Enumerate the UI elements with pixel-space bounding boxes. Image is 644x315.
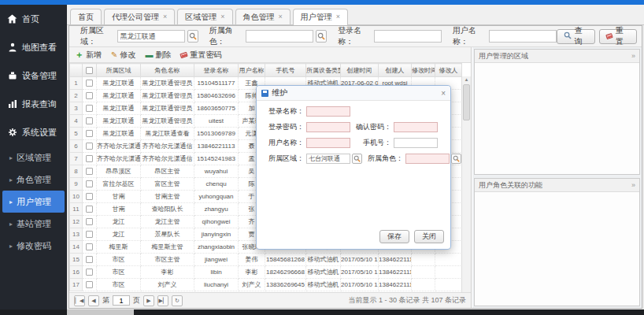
delete-button[interactable]: ▬删除 xyxy=(145,50,171,61)
grid-vertical-scrollbar[interactable]: ▴ xyxy=(461,76,471,292)
login-password-field[interactable] xyxy=(306,122,350,132)
row-checkbox[interactable] xyxy=(86,281,93,288)
page-number-input[interactable] xyxy=(113,295,130,306)
close-button[interactable]: 关闭 xyxy=(414,230,444,243)
column-header[interactable]: 手机号 xyxy=(265,64,306,77)
row-checkbox[interactable] xyxy=(86,218,93,225)
search-role-input[interactable] xyxy=(246,30,313,43)
table-cell: 李彬 xyxy=(239,266,265,279)
tab-user-management[interactable]: 用户管理× xyxy=(293,9,348,25)
eraser-icon xyxy=(605,33,613,39)
column-header[interactable]: 角色名称 xyxy=(141,64,194,77)
row-checkbox[interactable] xyxy=(86,193,93,200)
row-checkbox[interactable] xyxy=(86,168,93,175)
row-checkbox[interactable] xyxy=(86,80,93,87)
tab-role-management[interactable]: 角色管理× xyxy=(235,9,291,24)
tab-region-management[interactable]: 区域管理× xyxy=(177,9,232,24)
sidebar-item-system-settings[interactable]: 系统设置 xyxy=(0,118,67,146)
table-cell: 15845681268 xyxy=(265,254,306,266)
column-header[interactable]: 创建时间 xyxy=(341,64,379,77)
column-header[interactable]: 修改时间 xyxy=(412,64,435,77)
next-page-button[interactable]: ▶ xyxy=(143,295,154,306)
region-lookup-button[interactable] xyxy=(187,30,198,43)
table-cell: 2017/05/10 1: xyxy=(341,279,379,291)
column-header[interactable]: 用户名称 xyxy=(239,64,265,77)
add-button[interactable]: ＋新增 xyxy=(75,50,102,61)
table-cell: uitest xyxy=(194,115,239,128)
plus-icon: ＋ xyxy=(75,50,83,59)
tab-close-icon[interactable]: × xyxy=(279,9,283,24)
table-row[interactable]: 17市区刘产义liuchanyi刘产义13836269645移动式油机2017/… xyxy=(70,279,462,291)
dialog-close-icon[interactable]: × xyxy=(441,89,446,98)
pagination-bar: ▏◀ ◀ 第 页 ▶ ▶▏ ↻ 当前显示 1 - 30 条记录 共 107 条记… xyxy=(69,292,471,308)
column-header[interactable]: 所属区域 xyxy=(97,64,141,77)
select-all-checkbox[interactable] xyxy=(86,67,93,74)
map-viewer-icon xyxy=(7,43,17,52)
reset-password-button[interactable]: 重置密码 xyxy=(180,50,221,61)
search-region-input[interactable] xyxy=(117,30,185,43)
sidebar-item-basestation-management[interactable]: ▸ 基站管理 xyxy=(0,213,67,235)
role-lookup-button[interactable] xyxy=(451,154,461,164)
sidebar-item-devices[interactable]: 设备管理 xyxy=(0,61,67,90)
sidebar-item-role-management[interactable]: ▸ 角色管理 xyxy=(0,169,67,191)
row-checkbox[interactable] xyxy=(86,105,93,112)
column-header[interactable]: 创建人 xyxy=(379,64,412,77)
sidebar-item-change-password[interactable]: ▸ 修改密码 xyxy=(0,235,67,257)
tab-agent-company[interactable]: 代理公司管理× xyxy=(104,9,175,24)
sidebar-item-map-view[interactable]: 地图查看 xyxy=(0,33,67,61)
table-cell: 甘南 xyxy=(97,191,141,203)
row-checkbox[interactable] xyxy=(86,180,93,187)
row-checkbox[interactable] xyxy=(86,130,93,137)
row-checkbox[interactable] xyxy=(86,256,93,263)
tab-close-icon[interactable]: × xyxy=(163,9,167,24)
region-lookup-button[interactable] xyxy=(352,154,362,164)
refresh-icon[interactable]: ↻ xyxy=(172,295,183,306)
table-cell xyxy=(435,279,462,291)
role-lookup-button[interactable] xyxy=(316,30,327,43)
report-chart-icon xyxy=(7,99,17,109)
collapse-right-icon[interactable]: » xyxy=(631,181,635,189)
table-row[interactable]: 15市区市区主管jiangwei姜伟15845681268移动式油机2017/0… xyxy=(70,254,462,266)
query-button[interactable]: 查询 xyxy=(557,29,595,44)
table-row[interactable]: 16市区李彬libin李彬18246296668移动式油机2017/05/10 … xyxy=(70,266,462,279)
column-header[interactable]: 登录名称 xyxy=(194,64,239,77)
sidebar-item-user-management[interactable]: ▸ 用户管理 xyxy=(2,191,65,213)
row-checkbox[interactable] xyxy=(86,143,93,150)
sidebar-item-label: 报表查询 xyxy=(22,98,57,110)
sidebar-item-home[interactable]: 首页 xyxy=(0,5,67,33)
confirm-password-label: 确认密码： xyxy=(353,122,391,132)
login-name-field[interactable] xyxy=(306,106,350,117)
first-page-button[interactable]: ▏◀ xyxy=(74,295,85,306)
confirm-password-field[interactable] xyxy=(394,122,438,132)
search-user-name-input[interactable] xyxy=(489,30,557,43)
row-checkbox[interactable] xyxy=(86,117,93,124)
row-checkbox[interactable] xyxy=(86,269,93,276)
last-page-button[interactable]: ▶▏ xyxy=(157,295,168,306)
table-cell: 13846221113 xyxy=(379,254,412,266)
sidebar-item-region-management[interactable]: ▸ 区域管理 xyxy=(0,146,67,169)
role-field[interactable] xyxy=(405,154,450,164)
tab-close-icon[interactable]: × xyxy=(336,9,340,24)
reset-button[interactable]: 重置 xyxy=(599,29,637,44)
prev-page-button[interactable]: ◀ xyxy=(88,295,99,306)
row-checkbox[interactable] xyxy=(86,92,93,99)
region-field[interactable] xyxy=(306,154,350,164)
tab-home[interactable]: 首页 xyxy=(70,9,102,24)
edit-button[interactable]: ✎修改 xyxy=(111,50,135,61)
tab-close-icon[interactable]: × xyxy=(220,9,224,24)
table-cell: 梅里斯主管 xyxy=(141,241,194,254)
row-checkbox[interactable] xyxy=(86,243,93,250)
table-cell: zhangyu xyxy=(194,203,239,216)
column-header[interactable]: 修改人 xyxy=(435,64,462,77)
row-checkbox[interactable] xyxy=(86,206,93,213)
row-checkbox[interactable] xyxy=(86,155,93,162)
dialog-title-bar[interactable]: 维护 × xyxy=(257,86,450,101)
search-login-name-input[interactable] xyxy=(374,30,442,43)
mobile-field[interactable] xyxy=(394,138,438,148)
sidebar-item-reports[interactable]: 报表查询 xyxy=(0,90,67,118)
collapse-right-icon[interactable]: » xyxy=(631,52,635,60)
row-checkbox[interactable] xyxy=(86,231,93,238)
user-name-field[interactable] xyxy=(306,138,350,148)
column-header[interactable]: 所属设备类型 xyxy=(306,64,341,77)
save-button[interactable]: 保存 xyxy=(379,230,409,243)
